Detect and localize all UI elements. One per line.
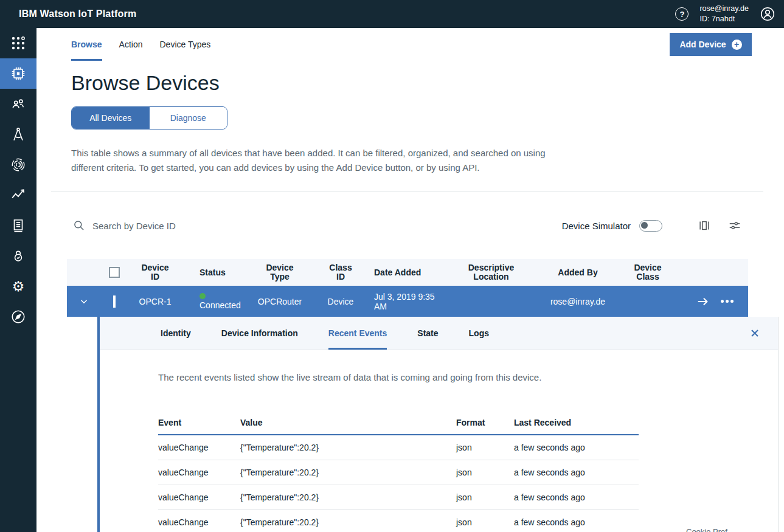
- recent-events-description: The recent events listed show the live s…: [158, 371, 778, 384]
- tab-device-information[interactable]: Device Information: [221, 317, 298, 350]
- add-device-button[interactable]: Add Device +: [670, 33, 752, 56]
- main-content: Browse Action Device Types Add Device + …: [36, 28, 784, 532]
- col-date-added: Date Added: [365, 268, 441, 277]
- column-settings-icon[interactable]: [698, 219, 711, 232]
- user-org-id: ID: 7nahdt: [699, 14, 749, 24]
- device-table: Device ID Status Device Type Class ID Da…: [67, 259, 748, 532]
- app-title: IBM Watson IoT Platform: [0, 9, 136, 19]
- event-value: {"Temperature":20.2}: [240, 468, 456, 477]
- open-device-arrow-icon[interactable]: [696, 295, 710, 308]
- schemas-compass-icon: [10, 126, 26, 142]
- toggle-knob: [641, 222, 648, 229]
- section-tabs: Browse Action Device Types Add Device +: [36, 28, 784, 61]
- device-row-opcr-1[interactable]: OPCR-1 Connected OPCRouter Device Jul 3,…: [67, 286, 748, 317]
- event-value: {"Temperature":20.2}: [240, 443, 456, 452]
- select-all-checkbox[interactable]: [109, 267, 120, 278]
- tab-identity[interactable]: Identity: [161, 317, 191, 350]
- event-name: valueChange: [158, 492, 240, 502]
- user-email: rose@inray.de: [699, 4, 749, 14]
- tab-recent-events[interactable]: Recent Events: [328, 317, 387, 350]
- cell-device-id: OPCR-1: [128, 297, 182, 306]
- event-last-received: a few seconds ago: [514, 468, 639, 477]
- app-switcher-icon[interactable]: [0, 28, 36, 58]
- tab-action[interactable]: Action: [119, 28, 143, 61]
- search-input[interactable]: [92, 221, 251, 231]
- status-label: Connected: [199, 300, 241, 310]
- row-actions: [681, 295, 748, 308]
- event-row: valueChange {"Temperature":20.2} json a …: [158, 485, 639, 510]
- explore-compass-icon: [10, 309, 26, 325]
- left-sidebar: ⚙: [0, 28, 36, 532]
- event-format: json: [456, 492, 514, 502]
- sidebar-item-usage[interactable]: [0, 180, 36, 210]
- col-device-type: Device Type: [243, 263, 316, 282]
- device-simulator-label: Device Simulator: [562, 221, 631, 231]
- event-last-received: a few seconds ago: [514, 517, 639, 527]
- sidebar-item-fingerprint[interactable]: [0, 150, 36, 180]
- col-device-id: Device ID: [128, 263, 182, 282]
- fingerprint-icon: [10, 157, 26, 173]
- event-row: valueChange {"Temperature":20.2} json a …: [158, 510, 639, 532]
- sidebar-item-docs[interactable]: [0, 210, 36, 241]
- events-table: Event Value Format Last Received valueCh…: [158, 411, 639, 532]
- event-last-received: a few seconds ago: [514, 492, 639, 502]
- search-icon: [73, 219, 85, 232]
- cell-added-by: rose@inray.de: [541, 297, 614, 306]
- switch-all-devices[interactable]: All Devices: [72, 107, 150, 129]
- cookie-preferences-link[interactable]: Cookie Pref: [686, 527, 727, 532]
- event-value: {"Temperature":20.2}: [240, 492, 456, 502]
- detail-tabs: Identity Device Information Recent Event…: [100, 317, 778, 350]
- topbar-right: ? rose@inray.de ID: 7nahdt: [675, 4, 784, 24]
- col-descriptive-location: Descriptive Location: [441, 263, 541, 282]
- sidebar-item-settings[interactable]: ⚙: [0, 271, 36, 302]
- ev-col-event: Event: [158, 418, 240, 427]
- cell-device-type: OPCRouter: [243, 297, 316, 306]
- event-name: valueChange: [158, 517, 240, 527]
- tab-logs[interactable]: Logs: [469, 317, 489, 350]
- chevron-down-icon: [78, 296, 89, 307]
- plus-icon: +: [732, 40, 742, 50]
- switch-diagnose[interactable]: Diagnose: [150, 107, 227, 129]
- ev-col-last-received: Last Received: [514, 418, 639, 427]
- event-row: valueChange {"Temperature":20.2} json a …: [158, 460, 639, 485]
- add-device-label: Add Device: [679, 40, 726, 49]
- row-expand-cell[interactable]: [67, 295, 100, 306]
- page-description: This table shows a summary of all device…: [71, 146, 555, 175]
- row-checkbox[interactable]: [113, 295, 116, 308]
- event-format: json: [456, 443, 514, 452]
- tab-browse[interactable]: Browse: [71, 28, 102, 61]
- help-icon[interactable]: ?: [675, 7, 689, 21]
- filter-settings-icon[interactable]: [728, 219, 741, 232]
- user-info: rose@inray.de ID: 7nahdt: [699, 4, 749, 24]
- sidebar-item-members[interactable]: [0, 89, 36, 119]
- device-detail-panel: Identity Device Information Recent Event…: [97, 317, 779, 532]
- event-format: json: [456, 517, 514, 527]
- event-row: valueChange {"Temperature":20.2} json a …: [158, 435, 639, 460]
- cell-status: Connected: [182, 293, 243, 310]
- select-all-cell: [100, 267, 128, 278]
- security-lock-icon: [10, 248, 26, 264]
- view-switcher: All Devices Diagnose: [71, 106, 227, 130]
- status-connected-dot: [199, 293, 206, 299]
- cell-date-added: Jul 3, 2019 9:35 AM: [365, 292, 441, 311]
- col-added-by: Added By: [541, 268, 614, 277]
- sidebar-item-schemas[interactable]: [0, 119, 36, 150]
- avatar-icon[interactable]: [760, 6, 775, 22]
- top-bar: IBM Watson IoT Platform ? rose@inray.de …: [0, 0, 784, 28]
- col-status: Status: [182, 268, 243, 277]
- tab-state[interactable]: State: [417, 317, 438, 350]
- event-name: valueChange: [158, 443, 240, 452]
- sidebar-item-explore[interactable]: [0, 302, 36, 332]
- event-value: {"Temperature":20.2}: [240, 517, 456, 527]
- close-panel-icon[interactable]: [749, 327, 761, 339]
- tab-device-types[interactable]: Device Types: [160, 28, 211, 61]
- device-simulator-toggle[interactable]: [639, 220, 662, 232]
- usage-chart-icon: [10, 187, 26, 203]
- sidebar-item-devices[interactable]: [0, 58, 36, 89]
- events-table-header: Event Value Format Last Received: [158, 411, 639, 435]
- table-toolbar: Device Simulator: [36, 192, 784, 259]
- overflow-menu-icon[interactable]: [721, 300, 734, 303]
- cell-class-id: Device: [316, 297, 365, 306]
- sidebar-item-security[interactable]: [0, 241, 36, 271]
- ev-col-format: Format: [456, 418, 514, 427]
